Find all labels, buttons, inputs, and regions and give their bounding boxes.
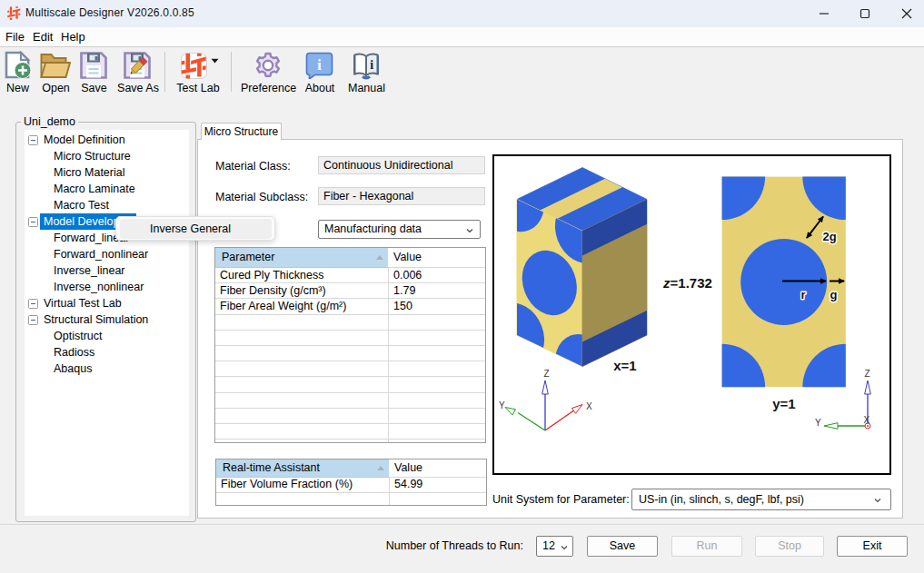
svg-text:Y: Y — [499, 400, 505, 410]
svg-text:X: X — [864, 415, 870, 425]
svg-text:i: i — [370, 58, 373, 72]
svg-text:z=1.732: z=1.732 — [662, 275, 712, 291]
svg-text:X: X — [586, 401, 592, 411]
svg-text:x=1: x=1 — [613, 358, 636, 373]
svg-text:i: i — [317, 57, 322, 73]
svg-text:Z: Z — [544, 369, 550, 379]
svg-text:y=1: y=1 — [772, 396, 795, 411]
svg-text:2g: 2g — [822, 230, 836, 243]
svg-text:Z: Z — [865, 369, 870, 379]
svg-text:r: r — [800, 288, 805, 301]
svg-text:Y: Y — [815, 418, 821, 428]
svg-text:g: g — [830, 288, 838, 301]
